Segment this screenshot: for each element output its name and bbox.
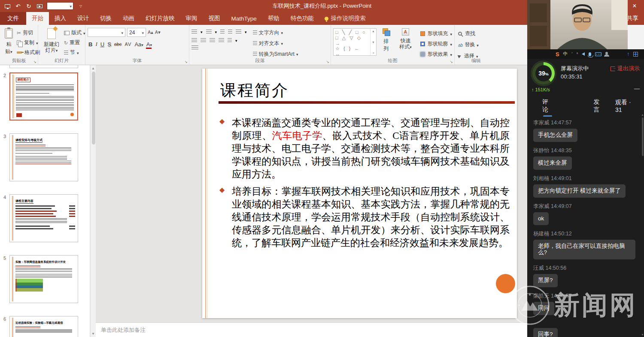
upload-arrow-icon[interactable] — [627, 51, 629, 57]
format-painter-button[interactable]: 格式刷 — [15, 48, 41, 57]
tab-design[interactable]: 设计 — [72, 12, 94, 25]
tell-me-search[interactable]: 操作说明搜索 — [325, 12, 366, 25]
undo-icon[interactable]: ↶ — [15, 3, 21, 9]
tab-help[interactable]: 帮助 — [262, 12, 285, 25]
reset-button[interactable]: 重置 — [63, 38, 87, 47]
numbering-icon[interactable] — [206, 30, 212, 34]
decrease-indent-icon[interactable] — [220, 30, 225, 34]
tab-file[interactable]: 文件 — [0, 12, 26, 25]
align-center-icon[interactable] — [200, 38, 206, 42]
font-dialog-launcher[interactable] — [184, 60, 188, 64]
scroll-up-icon[interactable] — [641, 113, 644, 116]
cut-button[interactable]: 剪切 — [15, 28, 41, 37]
font-name-combo[interactable] — [88, 28, 125, 37]
change-case-button[interactable]: Aa — [134, 41, 143, 48]
replace-button[interactable]: 替换 — [457, 40, 495, 49]
slideshow-monitor-icon[interactable] — [4, 3, 11, 9]
align-text-button[interactable]: 对齐文本 — [253, 39, 298, 48]
slide-thumbnail-3[interactable]: 课程安排与考核方式 — [9, 133, 78, 181]
slide-thumbnail-4[interactable]: 课程主要内容 — [9, 194, 78, 242]
tab-insert[interactable]: 插入 — [49, 12, 72, 25]
text-columns-icon[interactable] — [191, 45, 198, 50]
shrink-font-button[interactable]: A▾ — [155, 30, 161, 35]
tab-review[interactable]: 审阅 — [180, 12, 203, 25]
section-button[interactable]: 节 — [63, 48, 87, 57]
arrange-button[interactable]: 排列 — [379, 27, 393, 52]
columns-icon[interactable] — [228, 38, 232, 42]
qat-combo[interactable] — [47, 2, 73, 10]
grid-icon[interactable] — [633, 51, 638, 57]
new-slide-button[interactable]: 新建幻灯片 — [40, 27, 63, 54]
shape-outline-button[interactable]: 形状轮廓 — [420, 40, 452, 48]
chat-scrollbar[interactable] — [641, 112, 644, 337]
slide[interactable]: 课程简介 本课程涵盖交通类专业的交通工程学、交通管理与控制、自动控制原理、汽车电… — [202, 69, 517, 318]
drawing-dialog-launcher[interactable] — [450, 60, 453, 64]
increase-indent-icon[interactable] — [228, 30, 232, 34]
paste-button[interactable]: 粘贴 — [2, 27, 15, 55]
ime-lang-icon[interactable]: 中 — [563, 51, 568, 57]
close-button[interactable]: × — [625, 0, 644, 12]
smartart-button[interactable]: 转换为SmartArt — [253, 50, 298, 58]
tab-features[interactable]: 特色功能 — [285, 12, 319, 25]
shapes-row[interactable] — [335, 35, 368, 46]
sogou-logo-icon[interactable]: S — [556, 51, 559, 57]
paragraph-dialog-launcher[interactable] — [326, 60, 329, 64]
keyboard-icon[interactable] — [595, 51, 601, 57]
grow-font-button[interactable]: A▴ — [148, 30, 153, 35]
justify-icon[interactable] — [219, 38, 224, 42]
collapse-icon[interactable]: — — [634, 85, 640, 92]
ime-punct-icon[interactable]: ’ — [571, 51, 572, 57]
scroll-down-icon[interactable] — [91, 332, 96, 336]
slide-thumbnail-6[interactable]: 近校选做实验：实验箱—车载无线通信 — [9, 316, 78, 337]
shapes-row[interactable] — [335, 46, 368, 57]
tab-view[interactable]: 视图 — [203, 12, 226, 25]
exit-presentation-button[interactable]: 退出演示 — [611, 65, 640, 72]
tab-comments[interactable]: 评论 — [542, 98, 553, 114]
gallery-scroll-down-icon[interactable] — [372, 41, 375, 44]
line-spacing-icon[interactable] — [236, 30, 241, 34]
shape-effects-button[interactable]: 形状效果 — [420, 51, 452, 58]
ime-symbol-icon[interactable]: ° — [576, 51, 578, 57]
scroll-up-icon[interactable] — [91, 66, 96, 70]
text-shadow-button[interactable]: S — [107, 41, 111, 48]
scroll-down-icon[interactable] — [641, 333, 644, 336]
slide-thumbnail-5[interactable]: 实验：车联网信息服务系统软件设计开发 — [9, 255, 78, 303]
italic-button[interactable]: I — [95, 41, 97, 48]
qat-overflow-icon[interactable] — [77, 3, 84, 9]
tab-animations[interactable]: 动画 — [117, 12, 140, 25]
font-size-combo[interactable]: 24 — [127, 28, 146, 37]
tab-home[interactable]: 开始 — [26, 12, 49, 25]
character-spacing-button[interactable]: AV — [125, 42, 132, 47]
shapes-gallery[interactable] — [333, 28, 377, 56]
profile-icon[interactable] — [605, 51, 608, 57]
quick-styles-button[interactable]: 快速样式 — [395, 27, 415, 50]
text-direction-button[interactable]: 文字方向 — [253, 28, 298, 37]
shapes-row[interactable] — [335, 30, 368, 35]
chat-list[interactable]: 李家威 14:47:57 手机怎么全屏 张静怡 14:48:35 横过来全屏 刘… — [527, 112, 641, 337]
clipboard-dialog-launcher[interactable] — [33, 60, 36, 64]
copy-button[interactable]: 复制 — [15, 38, 41, 47]
slide-title[interactable]: 课程简介 — [220, 80, 289, 101]
speaker-icon[interactable] — [582, 51, 585, 57]
bullets-icon[interactable] — [191, 30, 197, 34]
slide-body-text[interactable]: 本课程涵盖交通类专业的交通工程学、交通管理与控制、自动控制原理、汽车电子学、嵌入… — [219, 117, 510, 254]
gallery-more-icon[interactable] — [372, 51, 374, 54]
tab-slideshow[interactable]: 幻灯片放映 — [140, 12, 180, 25]
bold-button[interactable]: B — [88, 41, 92, 48]
layout-button[interactable]: 版式 — [63, 28, 87, 37]
start-slideshow-icon[interactable] — [36, 3, 43, 9]
align-right-icon[interactable] — [210, 38, 215, 42]
shape-fill-button[interactable]: 形状填充 — [420, 30, 452, 37]
strikethrough-button[interactable]: abc — [114, 42, 122, 47]
find-button[interactable]: 查找 — [457, 29, 495, 38]
redo-icon[interactable]: ↻ — [25, 3, 32, 9]
thumbnail-scrollbar[interactable] — [90, 65, 96, 337]
align-left-icon[interactable] — [191, 38, 197, 42]
slide-thumbnail-partial[interactable] — [9, 65, 78, 68]
tab-speak[interactable]: 发言 — [594, 98, 605, 114]
scrollbar-thumb[interactable] — [642, 117, 644, 156]
webcam-video[interactable] — [527, 0, 628, 49]
underline-button[interactable]: U — [100, 41, 104, 48]
gallery-scroll-up-icon[interactable] — [372, 30, 375, 33]
tab-viewers[interactable]: 观看 · 31 — [615, 99, 636, 113]
